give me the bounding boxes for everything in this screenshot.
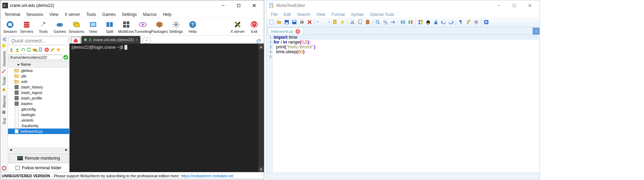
file-row[interactable]: helloworld.py	[8, 129, 69, 134]
indent-icon[interactable]	[324, 19, 331, 27]
menu-macros[interactable]: Macros	[140, 11, 159, 18]
sessions-button[interactable]: Sessions	[68, 20, 85, 34]
file-row[interactable]: .viminfo	[8, 117, 69, 123]
tab-close-icon[interactable]: ×	[295, 29, 300, 34]
tools-button[interactable]: Tools	[35, 20, 52, 34]
open-folder-icon[interactable]	[276, 19, 283, 27]
file-row[interactable]: .bashrc	[8, 101, 69, 106]
pilcrow-icon[interactable]	[458, 19, 464, 27]
menu-sessions[interactable]: Sessions	[24, 11, 46, 18]
vtab-tools[interactable]: Tools	[1, 75, 7, 88]
view-button[interactable]: View	[85, 20, 101, 34]
vtab-sessions[interactable]: Sessions	[1, 49, 7, 69]
editor-body[interactable]: 12345 import timefor i in range(0,5): pr…	[267, 35, 540, 173]
close-button[interactable]	[522, 1, 537, 10]
outdent-icon[interactable]	[316, 19, 323, 27]
menu-terminal[interactable]: Terminal	[2, 11, 23, 18]
scroll-down-icon[interactable]: ▼	[258, 167, 264, 172]
editor-tab[interactable]: helloworld.py ×	[268, 28, 303, 35]
multiexec-button[interactable]: MultiExec	[118, 20, 135, 34]
edit-icon[interactable]	[50, 47, 55, 52]
new-file-icon[interactable]	[38, 47, 43, 52]
file-row[interactable]: .bash_logout	[8, 90, 69, 95]
menu-file[interactable]: File	[268, 11, 280, 18]
code-line[interactable]: print("Hello World!")	[274, 45, 539, 49]
goto-icon[interactable]	[389, 19, 396, 27]
file-list-header[interactable]: ▸ Name	[8, 61, 69, 68]
titlebar[interactable]: MobaTextEditor	[267, 0, 540, 11]
menu-edit[interactable]: Edit	[281, 11, 294, 18]
save-all-icon[interactable]	[291, 19, 298, 27]
split-button[interactable]: Split	[101, 20, 118, 34]
minimize-button[interactable]	[491, 1, 506, 10]
code-line[interactable]: import time	[274, 35, 539, 40]
globe-icon[interactable]	[2, 166, 7, 171]
new-folder-icon[interactable]	[33, 47, 37, 52]
help-button[interactable]: ?Help	[184, 20, 201, 34]
file-row[interactable]: .bash_profile	[8, 95, 69, 101]
find-icon[interactable]	[56, 47, 61, 52]
menu-special-tools[interactable]: Special Tools	[367, 11, 397, 18]
file-row[interactable]: .gitconfig	[8, 106, 69, 112]
tab-close-icon[interactable]: ×	[136, 38, 138, 42]
linux-icon[interactable]	[425, 19, 432, 27]
file-row[interactable]: .Xauthority	[8, 123, 69, 129]
menu-view[interactable]: View	[47, 11, 61, 18]
paste-icon[interactable]	[364, 19, 371, 27]
favorite-icon[interactable]	[339, 19, 346, 27]
file-row[interactable]: .bash_history	[8, 84, 69, 90]
session-button[interactable]: Session	[2, 20, 18, 34]
exit-button[interactable]: Exit	[246, 20, 263, 34]
menu-games[interactable]: Games	[100, 11, 119, 18]
follow-terminal-checkbox[interactable]: Follow terminal folder	[8, 164, 69, 172]
remote-monitoring-button[interactable]: Remote monitoring	[9, 153, 68, 163]
vtab-scp[interactable]: Scp	[1, 116, 7, 126]
code-line[interactable]: time.sleep(60)	[274, 49, 539, 54]
refresh-icon[interactable]	[27, 47, 31, 52]
print-icon[interactable]	[298, 19, 305, 27]
compare-icon[interactable]	[399, 19, 406, 27]
file-list[interactable]: ▸ Name .globus.pki.ssh.bash_history.bash…	[8, 61, 69, 147]
bookmark-icon[interactable]	[331, 19, 338, 27]
file-row[interactable]: .globus	[8, 68, 69, 73]
packages-button[interactable]: Packages	[151, 20, 168, 34]
redo-icon[interactable]	[448, 19, 454, 27]
cut-icon[interactable]	[349, 19, 356, 27]
close-file-icon[interactable]	[306, 19, 313, 27]
x-server-button[interactable]: X server	[229, 20, 246, 34]
terminal-scrollbar[interactable]: ▲ ▼	[258, 44, 264, 172]
servers-button[interactable]: Servers	[18, 20, 35, 34]
games-button[interactable]: Games	[52, 20, 68, 34]
vtab-macros[interactable]: Macros	[1, 93, 7, 110]
menu-search[interactable]: Search	[294, 11, 313, 18]
new-tab-button[interactable]: +	[142, 37, 151, 44]
replace-icon[interactable]	[382, 19, 389, 27]
windows-icon[interactable]	[417, 19, 424, 27]
download-icon[interactable]	[9, 47, 14, 52]
menu-view[interactable]: View	[314, 11, 328, 18]
highlight-icon[interactable]	[465, 19, 472, 27]
copy-icon[interactable]	[357, 19, 364, 27]
delete-icon[interactable]	[44, 47, 49, 52]
undo-icon[interactable]	[440, 19, 447, 27]
menu-settings[interactable]: Settings	[119, 11, 139, 18]
tunneling-button[interactable]: Tunneling	[135, 20, 151, 34]
scroll-up-icon[interactable]: ▲	[258, 44, 264, 49]
paperclip-icon[interactable]	[256, 38, 262, 44]
menu-x-server[interactable]: X server	[62, 11, 83, 18]
titlebar[interactable]: crane.unl.edu (demo22)	[0, 0, 264, 11]
code-line[interactable]	[274, 54, 539, 59]
menu-help[interactable]: Help	[160, 11, 174, 18]
collapse-icon[interactable]	[2, 37, 7, 42]
find-icon[interactable]	[374, 19, 381, 27]
save-icon[interactable]	[283, 19, 290, 27]
session-tab[interactable]: 2. crane.unl.edu (demo22) ×	[81, 36, 140, 44]
maximize-button[interactable]	[231, 1, 246, 10]
code-line[interactable]: for i in range(0,5):	[274, 40, 539, 45]
diff-icon[interactable]	[407, 19, 414, 27]
file-row[interactable]: .pki	[8, 73, 69, 79]
new-file-icon[interactable]	[268, 19, 275, 27]
menu-tools[interactable]: Tools	[84, 11, 99, 18]
file-row[interactable]: .lastlogin	[8, 112, 69, 117]
home-tab[interactable]	[71, 37, 81, 44]
